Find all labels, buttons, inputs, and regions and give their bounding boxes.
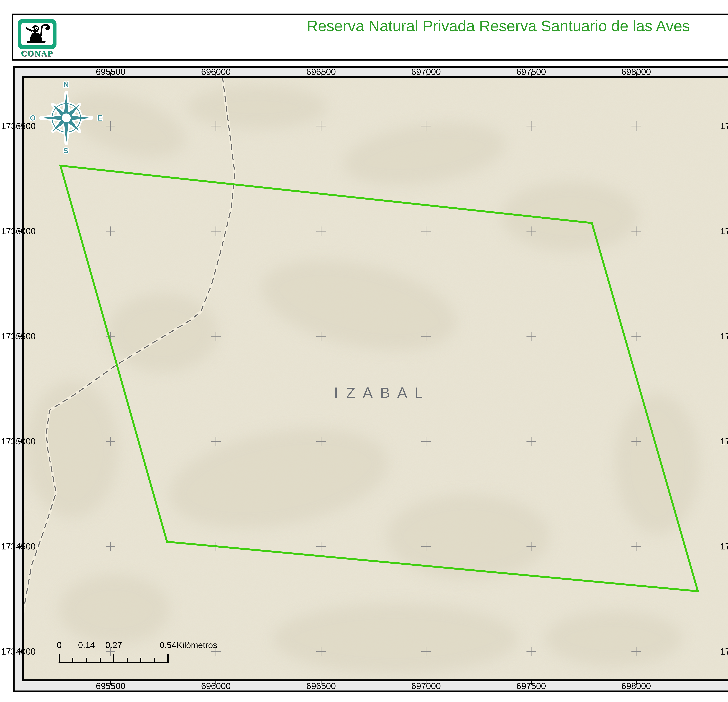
axis-tick — [321, 681, 322, 685]
map-document-page: CONAP Reserva Natural Privada Reserva Sa… — [0, 0, 728, 702]
compass-e: E — [97, 114, 102, 122]
conap-logo-text: CONAP — [15, 49, 59, 58]
axis-tick — [18, 441, 22, 442]
axis-tick — [636, 72, 637, 76]
axis-tick — [215, 681, 217, 685]
scale-unit: Kilómetros — [176, 640, 217, 650]
axis-tick — [18, 125, 22, 127]
y-axis-label-right-4: 1734500 — [716, 542, 728, 551]
scale-label-half: 0.27 — [105, 640, 122, 650]
y-axis-label-right-2: 1735500 — [716, 332, 728, 340]
compass-s: S — [64, 147, 68, 155]
axis-tick — [18, 336, 22, 337]
y-axis-label-right-5: 1734000 — [716, 647, 728, 656]
axis-tick — [531, 681, 532, 685]
axis-tick — [215, 72, 217, 76]
compass-n: N — [64, 81, 69, 89]
axis-tick — [18, 651, 22, 652]
axis-tick — [110, 681, 111, 685]
y-axis-label-right-3: 1735000 — [716, 437, 728, 445]
scale-label-quarter: 0.14 — [78, 640, 95, 650]
y-axis-label-right-1: 1736000 — [716, 227, 728, 235]
header-box: CONAP Reserva Natural Privada Reserva Sa… — [12, 13, 728, 61]
axis-tick — [426, 72, 426, 76]
axis-tick — [18, 231, 22, 232]
axis-tick — [110, 72, 111, 76]
axis-tick — [321, 72, 322, 76]
axis-tick — [426, 681, 426, 685]
page-title: Reserva Natural Privada Reserva Santuari… — [13, 17, 728, 35]
scale-label-0: 0 — [57, 640, 62, 650]
region-label: I Z A B A L — [334, 384, 425, 401]
main-map: I Z A B A L N E S O — [22, 76, 728, 681]
axis-tick — [531, 72, 532, 76]
y-axis-label-right-0: 1736500 — [716, 122, 728, 130]
axis-tick — [636, 681, 637, 685]
axis-tick — [18, 546, 22, 547]
compass-o: O — [30, 114, 36, 122]
scale-label-full: 0.54 — [160, 640, 176, 650]
